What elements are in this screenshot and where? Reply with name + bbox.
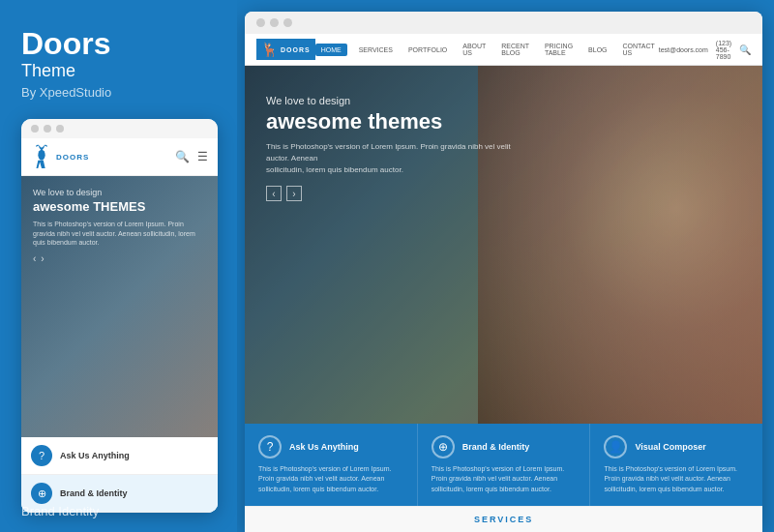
nav-blog2[interactable]: BLOG (584, 44, 610, 56)
desktop-next-arrow[interactable]: › (286, 186, 302, 201)
card-composer-icon: 👤 (604, 435, 627, 458)
desktop-hero-desc: This is Photoshop's version of Lorem Ips… (266, 141, 518, 176)
mobile-card-ask: ? Ask Us Anything (21, 437, 218, 475)
mobile-cards: ? Ask Us Anything ⊕ Brand & Identity (21, 437, 218, 513)
desktop-card-composer: 👤 Visual Composer This is Photoshop's ve… (590, 424, 762, 507)
nav-home[interactable]: HOME (315, 44, 347, 56)
desktop-hero-content: We love to design awesome THEMES This is… (266, 95, 518, 201)
desktop-logo: 🦌 DOORS (256, 39, 315, 60)
menu-icon[interactable]: ☰ (197, 150, 208, 163)
desktop-header: 🦌 DOORS HOME SERVICES PORTFOLIO ABOUT US… (245, 34, 762, 66)
mobile-nav: DOORS 🔍 ☰ (21, 138, 218, 176)
desktop-card-ask: ? Ask Us Anything This is Photoshop's ve… (245, 424, 418, 507)
mobile-nav-icons: 🔍 ☰ (175, 150, 208, 163)
card-brand-header: ⊕ Brand & Identity (432, 435, 577, 458)
desktop-dot-2 (270, 18, 279, 27)
desktop-card-brand: ⊕ Brand & Identity This is Photoshop's v… (418, 424, 591, 507)
brand-title: Doors Theme By XpeedStudio (21, 27, 218, 119)
desktop-prev-arrow[interactable]: ‹ (266, 186, 282, 201)
contact-phone: (123) 456-7890 (716, 40, 731, 60)
next-arrow[interactable]: › (41, 253, 44, 264)
svg-point-0 (38, 150, 45, 161)
desktop-nav[interactable]: HOME SERVICES PORTFOLIO ABOUT US RECENT … (315, 40, 659, 59)
card-brand-icon: ⊕ (432, 435, 455, 458)
left-panel: Doors Theme By XpeedStudio (0, 0, 237, 532)
deer-icon (31, 143, 52, 170)
mobile-mockup: DOORS 🔍 ☰ We love to design awesome THEM… (21, 119, 218, 513)
dot-2 (44, 125, 51, 133)
mobile-hero-content: We love to design awesome THEMES This is… (33, 188, 206, 264)
desktop-hero: We love to design awesome THEMES This is… (245, 66, 762, 424)
nav-pricing[interactable]: PRICING TABLE (541, 40, 577, 59)
prev-arrow[interactable]: ‹ (33, 253, 36, 264)
desktop-mockup: 🦌 DOORS HOME SERVICES PORTFOLIO ABOUT US… (245, 12, 762, 532)
contact-email: test@doors.com (659, 46, 708, 53)
desktop-deer-icon: 🦌 (261, 42, 278, 57)
nav-about[interactable]: ABOUT US (459, 40, 490, 59)
mobile-hero: We love to design awesome THEMES This is… (21, 176, 218, 437)
card-ask-icon: ? (258, 435, 282, 458)
nav-blog[interactable]: RECENT BLOG (497, 40, 533, 59)
mobile-topbar (21, 119, 218, 138)
desktop-search-icon[interactable]: 🔍 (739, 44, 751, 55)
card-ask-header: ? Ask Us Anything (258, 435, 403, 458)
search-icon[interactable]: 🔍 (175, 150, 190, 163)
card-composer-header: 👤 Visual Composer (604, 435, 749, 458)
desktop-dot-1 (256, 18, 265, 27)
desktop-contact: test@doors.com (123) 456-7890 🔍 (659, 40, 751, 60)
mobile-logo-text: DOORS (56, 153, 89, 162)
desktop-cards: ? Ask Us Anything This is Photoshop's ve… (245, 424, 762, 507)
desktop-dot-3 (283, 18, 292, 27)
services-section: SERVICES (245, 506, 762, 532)
mobile-logo: DOORS (31, 143, 89, 170)
desktop-topbar (245, 12, 762, 34)
nav-services[interactable]: SERVICES (355, 44, 397, 56)
hero-face (478, 66, 762, 424)
brand-identity-label: Brand Identity (21, 504, 99, 518)
right-panel: 🦌 DOORS HOME SERVICES PORTFOLIO ABOUT US… (237, 0, 774, 532)
brand-icon: ⊕ (31, 483, 52, 504)
ask-icon: ? (31, 445, 52, 466)
desktop-hero-arrows: ‹ › (266, 186, 518, 201)
dot-3 (56, 125, 64, 133)
nav-portfolio[interactable]: PORTFOLIO (404, 44, 451, 56)
dot-1 (31, 125, 39, 133)
nav-contact[interactable]: CONTACT US (619, 40, 659, 59)
mobile-hero-arrows: ‹ › (33, 253, 206, 264)
desktop-logo-box: 🦌 DOORS (256, 39, 315, 60)
